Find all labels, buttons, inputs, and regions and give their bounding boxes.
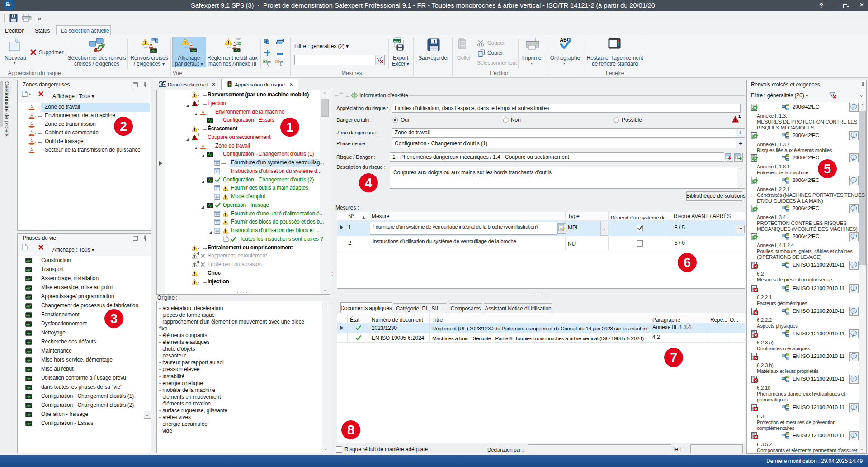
svg-text:i: i (853, 104, 854, 109)
svg-text:i: i (853, 262, 854, 267)
svg-text:i: i (853, 234, 854, 238)
svg-text:i: i (853, 331, 854, 336)
svg-text:i: i (853, 206, 854, 210)
svg-text:i: i (853, 376, 854, 381)
svg-text:i: i (853, 178, 854, 182)
svg-text:i: i (853, 354, 854, 358)
svg-text:i: i (853, 433, 854, 438)
svg-text:i: i (853, 405, 854, 409)
svg-text:i: i (853, 286, 854, 291)
svg-text:i: i (853, 133, 854, 137)
svg-text:XLSX: XLSX (393, 40, 401, 43)
svg-text:i: i (853, 155, 854, 160)
svg-text:i: i (853, 309, 854, 313)
